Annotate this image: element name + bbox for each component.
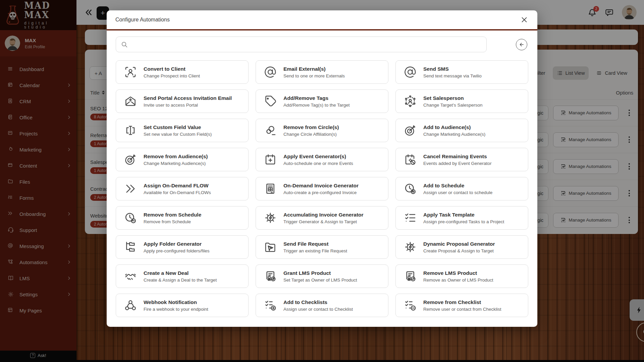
card-title: Apply Task Template bbox=[423, 212, 504, 218]
modal-header: Configure Automations bbox=[107, 10, 537, 29]
card-subtitle: Change Prospect into Client bbox=[144, 73, 200, 78]
card-subtitle: Create & Assign a Deal to the Target bbox=[144, 278, 217, 283]
automation-card-add-remove-tags[interactable]: Add/Remove TagsAdd/Remove Tag(s) to the … bbox=[256, 89, 388, 113]
automation-card-on-demand-invoice-generator[interactable]: On-Demand Invoice GeneratorAuto-create a… bbox=[256, 177, 388, 200]
automation-card-cancel-remaining-events[interactable]: Cancel Remaining EventsEvents added by E… bbox=[395, 148, 528, 171]
automation-card-remove-lms-product[interactable]: Remove LMS ProductRemove as Owner of LMS… bbox=[395, 264, 528, 288]
automation-card-dynamic-proposal-generator[interactable]: Dynamic Proposal GeneratorCreate Proposa… bbox=[395, 235, 528, 259]
card-title: Email External(s) bbox=[283, 66, 345, 72]
card-subtitle: Set new value for Custom Field(s) bbox=[144, 132, 212, 137]
search-input[interactable] bbox=[132, 41, 482, 48]
card-title: Add to Checklists bbox=[283, 299, 353, 305]
card-title: Set Custom Field Value bbox=[144, 124, 212, 130]
automation-card-add-to-schedule[interactable]: Add to ScheduleAssign user or contact to… bbox=[395, 177, 528, 200]
tag-icon bbox=[263, 94, 278, 109]
card-title: Webhook Notification bbox=[144, 299, 208, 305]
card-title: Remove LMS Product bbox=[423, 270, 493, 276]
double-chevron-icon bbox=[123, 181, 138, 196]
configure-automations-modal: Configure Automations Convert to ClientC… bbox=[107, 10, 537, 327]
automation-card-add-to-audience-s[interactable]: Add to Audience(s)Change Marketing Audie… bbox=[395, 119, 528, 142]
card-title: Convert to Client bbox=[144, 66, 200, 72]
search-icon bbox=[120, 41, 128, 49]
automation-card-apply-event-generator-s[interactable]: Apply Event Generator(s)Auto-schedule on… bbox=[256, 148, 388, 171]
card-title: Remove from Checklist bbox=[423, 299, 501, 305]
card-title: Remove from Audience(s) bbox=[144, 154, 208, 160]
folder-tree-icon bbox=[123, 240, 138, 254]
card-title: Apply Folder Generator bbox=[144, 241, 210, 247]
automation-card-remove-from-schedule[interactable]: Remove from ScheduleRemove from Schedule bbox=[116, 206, 249, 230]
automation-card-add-to-checklists[interactable]: Add to ChecklistsAssign user or contact … bbox=[256, 294, 388, 317]
card-title: Accumulating Invoice Generator bbox=[283, 212, 364, 218]
checklist-minus-icon bbox=[403, 298, 418, 313]
automation-card-send-file-request[interactable]: Send File RequestTrigger an existing Fil… bbox=[256, 235, 388, 259]
automation-card-send-sms[interactable]: Send SMSSend text message via Twilio bbox=[395, 60, 528, 84]
card-title: Add/Remove Tags bbox=[283, 95, 350, 101]
card-title: Dynamic Proposal Generator bbox=[423, 241, 495, 247]
card-subtitle: Create Proposal & Assign to Target bbox=[423, 248, 495, 253]
back-button[interactable] bbox=[516, 39, 527, 50]
salesperson-network-icon bbox=[403, 94, 418, 109]
card-subtitle: Send to one or more Externals bbox=[283, 73, 345, 78]
at-sign-icon bbox=[263, 65, 278, 79]
automation-card-send-portal-access-invitation-email[interactable]: Send Portal Access Invitation EmailInvit… bbox=[116, 89, 249, 113]
webhook-icon bbox=[123, 298, 138, 313]
card-subtitle: Apply pre-configured folders/files bbox=[144, 248, 210, 253]
automation-card-apply-folder-generator[interactable]: Apply Folder GeneratorApply pre-configur… bbox=[116, 235, 249, 259]
target-dart-icon bbox=[403, 123, 418, 138]
automation-card-apply-task-template[interactable]: Apply Task TemplateAssign pre-configured… bbox=[395, 206, 528, 230]
card-subtitle: Trigger an existing File Request bbox=[283, 248, 347, 253]
search-box[interactable] bbox=[116, 37, 487, 52]
convert-client-icon bbox=[123, 65, 138, 79]
card-title: Grant LMS Product bbox=[283, 270, 357, 276]
card-subtitle: Add/Remove Tag(s) to the Target bbox=[283, 103, 350, 108]
gear-bolt-icon bbox=[263, 210, 278, 225]
card-subtitle: Auto-schedule one or more Events bbox=[283, 161, 353, 166]
automation-card-convert-to-client[interactable]: Convert to ClientChange Prospect into Cl… bbox=[116, 60, 249, 84]
automation-card-remove-from-audience-s[interactable]: Remove from Audience(s)Change Marketing … bbox=[116, 148, 249, 171]
modal-body: Convert to ClientChange Prospect into Cl… bbox=[107, 31, 537, 317]
automation-card-remove-from-circle-s[interactable]: Remove from Circle(s)Change Circle Affil… bbox=[256, 119, 388, 142]
card-subtitle: Remove from Schedule bbox=[144, 219, 201, 224]
card-title: Set Salesperson bbox=[423, 95, 482, 101]
automation-card-set-custom-field-value[interactable]: Set Custom Field ValueSet new value for … bbox=[116, 119, 249, 142]
clock-minus-icon bbox=[123, 210, 138, 225]
card-subtitle: Events added by Event Generator bbox=[423, 161, 491, 166]
card-subtitle: Remove as Owner of LMS Product bbox=[423, 278, 493, 283]
target-dart-icon bbox=[123, 152, 138, 167]
at-sign-icon bbox=[403, 65, 418, 79]
card-subtitle: Change Circle Affiliation(s) bbox=[283, 132, 339, 137]
card-title: Apply Event Generator(s) bbox=[283, 154, 353, 160]
envelope-plus-icon bbox=[123, 94, 138, 109]
custom-field-icon bbox=[123, 123, 138, 138]
card-title: Send File Request bbox=[283, 241, 347, 247]
card-title: Add to Schedule bbox=[423, 183, 492, 189]
certificate-plus-icon bbox=[263, 269, 278, 284]
automation-card-assign-on-demand-flow[interactable]: Assign On-Demand FLOWAvailable for On-De… bbox=[116, 177, 249, 200]
card-subtitle: Assign user or contact to schedule bbox=[423, 190, 492, 195]
automation-card-remove-from-checklist[interactable]: Remove from ChecklistRemove user or cont… bbox=[395, 294, 528, 317]
card-title: Remove from Circle(s) bbox=[283, 124, 339, 130]
automation-card-accumulating-invoice-generator[interactable]: Accumulating Invoice GeneratorTrigger Ge… bbox=[256, 206, 388, 230]
automation-card-set-salesperson[interactable]: Set SalespersonChange Target's Salespers… bbox=[395, 89, 528, 113]
card-subtitle: Set Target as Owner of LMS Product bbox=[283, 278, 357, 283]
calendar-cancel-icon bbox=[403, 152, 418, 167]
close-icon[interactable] bbox=[520, 15, 529, 24]
automation-card-email-external-s[interactable]: Email External(s)Send to one or more Ext… bbox=[256, 60, 388, 84]
automation-card-create-a-new-deal[interactable]: Create a New DealCreate & Assign a Deal … bbox=[116, 264, 249, 288]
automation-card-grant-lms-product[interactable]: Grant LMS ProductSet Target as Owner of … bbox=[256, 264, 388, 288]
automation-grid: Convert to ClientChange Prospect into Cl… bbox=[116, 60, 528, 317]
card-subtitle: Fire a webhook to your endpoint bbox=[144, 307, 208, 312]
card-title: Send Portal Access Invitation Email bbox=[144, 95, 232, 101]
calendar-plus-icon bbox=[263, 152, 278, 167]
card-subtitle: Change Target's Salesperson bbox=[423, 103, 482, 108]
gear-bolt-icon bbox=[403, 240, 418, 254]
clock-plus-icon bbox=[403, 181, 418, 196]
card-title: Remove from Schedule bbox=[144, 212, 201, 218]
invoice-doc-icon bbox=[263, 181, 278, 196]
card-subtitle: Send text message via Twilio bbox=[423, 73, 482, 78]
checklist-plus-icon bbox=[263, 298, 278, 313]
automation-card-webhook-notification[interactable]: Webhook NotificationFire a webhook to yo… bbox=[116, 294, 249, 317]
screen: MAD MAX digital studio MAX Edit Profile … bbox=[0, 0, 644, 362]
card-title: Create a New Deal bbox=[144, 270, 217, 276]
certificate-minus-icon bbox=[403, 269, 418, 284]
